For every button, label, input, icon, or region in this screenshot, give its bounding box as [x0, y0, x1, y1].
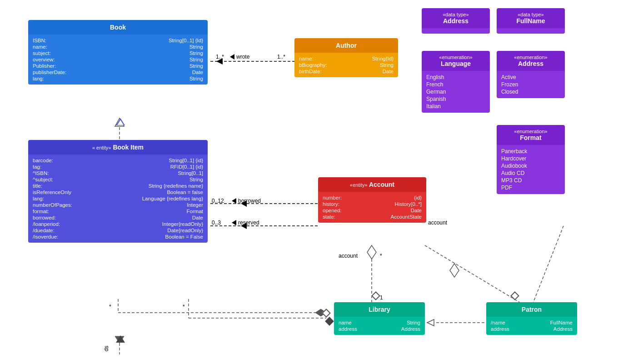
- patron-header: Patron: [486, 302, 577, 317]
- patron-hollow-diamond: [510, 291, 519, 300]
- patron-account-label: account: [428, 219, 447, 226]
- author-field-birthdate: birthDate: Date: [299, 68, 394, 75]
- bookitem-field-borrowed: borrowed: Date: [33, 214, 203, 221]
- book-field-lang: lang: String: [33, 75, 203, 82]
- library-header: Library: [334, 302, 425, 317]
- wrote-arrow: [230, 54, 234, 60]
- author-field-name: name: String{Id}: [299, 55, 394, 62]
- bookitem-field-loanperiod: /loanperiod: Integer{readOnly}: [33, 221, 203, 227]
- bookitem-field-format: format: Format: [33, 208, 203, 214]
- enum-language-item-4: Italian: [426, 103, 485, 110]
- enum-address-body: Active Frozen Closed: [497, 71, 565, 98]
- account-star: *: [380, 253, 382, 259]
- ds-label: ds: [103, 346, 110, 352]
- datatype-fullname-class: «data type» FullName: [497, 8, 565, 34]
- book-field-name: name: String: [33, 44, 203, 50]
- bookitem-field-barcode: barcode: String[0..1] {id}: [33, 157, 203, 164]
- patron-field-address: address Address: [491, 326, 573, 332]
- account-field-state: state: AccountState: [323, 214, 422, 220]
- enum-format-item-2: Audiobook: [501, 162, 560, 170]
- library-field-name: name String: [339, 319, 420, 326]
- bookitem-field-title: title: String {redefines name}: [33, 183, 203, 189]
- enum-language-item-2: German: [426, 88, 485, 95]
- library-body: name String address Address: [334, 317, 425, 335]
- reserved-connector: reserved: [232, 219, 259, 226]
- bookitem-field-subject: ^subject: String: [33, 176, 203, 183]
- book-field-subject: subject: String: [33, 50, 203, 56]
- enum-format-item-4: MP3 CD: [501, 177, 560, 184]
- account-field-opened: opened: Date: [323, 207, 422, 214]
- borrowed-left-mult: 0..12: [212, 198, 224, 204]
- enum-format-body: Panerback Hardcover Audiobook Audio CD M…: [497, 145, 565, 194]
- bookitem-header: « entity» Book Item: [28, 140, 208, 155]
- bookitem-field-isoverdue: /isoverdue: Boolean = False: [33, 234, 203, 240]
- datatype-address-header: «data type» Address: [422, 8, 490, 28]
- library-one-label: 1: [380, 294, 383, 301]
- bookitem-class: « entity» Book Item barcode: String[0..1…: [28, 140, 208, 243]
- inheritance-triangle-inner: [117, 120, 124, 125]
- patron-field-name: /name FullName: [491, 319, 573, 326]
- bookitem-field-isbn: ^ISBN: String[0..1]: [33, 170, 203, 176]
- uml-diagram: Book ISBN: String[0..1] {Id} name: Strin…: [0, 0, 618, 364]
- bookitem-star-left: *: [109, 304, 111, 310]
- bookitem-field-duedate: /duedate: Date{readOnly}: [33, 227, 203, 234]
- library-field-address: address Address: [339, 326, 420, 332]
- library-hollow-diamond: [371, 291, 380, 300]
- author-body: name: String{Id} bBiography: String birt…: [294, 53, 398, 77]
- enum-format-item-5: PDF: [501, 184, 560, 191]
- library-class: Library name String address Address: [334, 302, 425, 335]
- datatype-address-class: «data type» Address: [422, 8, 490, 34]
- datatype-address-body: [422, 28, 490, 34]
- borrowed-connector: borrowed: [232, 198, 261, 204]
- enum-format-item-0: Panerback: [501, 148, 560, 155]
- enum-format-class: «enumeration» Format Panerback Hardcover…: [497, 125, 565, 194]
- book-field-publisher: Publisher: String: [33, 63, 203, 69]
- author-class: Author name: String{Id} bBiography: Stri…: [294, 38, 398, 77]
- borrowed-arrow: [232, 198, 236, 204]
- svg-marker-11: [450, 264, 459, 277]
- author-field-bio: bBiography: String: [299, 62, 394, 68]
- account-class: «entity» Account number: {id} history: H…: [318, 177, 426, 223]
- account-bottom-label: account: [339, 253, 358, 259]
- book-field-isbn: ISBN: String[0..1] {Id}: [33, 37, 203, 44]
- bookitem-star-right: *: [183, 304, 185, 310]
- wrote-connector-label: wrote: [230, 54, 249, 60]
- svg-marker-9: [367, 245, 376, 259]
- svg-marker-21: [427, 319, 434, 326]
- wrote-left-mult: 1..*: [216, 54, 224, 60]
- library-filled-diamond: [325, 317, 334, 326]
- enum-format-item-3: Audio CD: [501, 170, 560, 177]
- bookitem-body: barcode: String[0..1] {id} tag: RFID[0..…: [28, 155, 208, 243]
- bookitem-field-lang: lang: Language {redefines lang}: [33, 195, 203, 202]
- enum-address-class: «enumeration» Address Active Frozen Clos…: [497, 51, 565, 98]
- book-header: Book: [28, 20, 208, 35]
- account-header: «entity» Account: [318, 177, 426, 192]
- book-class: Book ISBN: String[0..1] {Id} name: Strin…: [28, 20, 208, 85]
- datatype-fullname-body: [497, 28, 565, 34]
- reserved-arrow: [232, 220, 236, 225]
- bookitem-filled-triangle: [116, 335, 125, 343]
- bookitem-field-tag: tag: RFID[0..1] {id}: [33, 164, 203, 170]
- enum-language-item-3: Spanish: [426, 95, 485, 103]
- enum-language-body: English French German Spanish Italian: [422, 71, 490, 113]
- enum-format-header: «enumeration» Format: [497, 125, 565, 145]
- enum-address-item-0: Active: [501, 74, 560, 81]
- reserved-left-mult: 0..3: [212, 219, 221, 226]
- datatype-fullname-header: «data type» FullName: [497, 8, 565, 28]
- enum-language-item-1: French: [426, 81, 485, 88]
- patron-class: Patron /name FullName address Address: [486, 302, 577, 335]
- bookitem-field-isref: isReferenceOnly Boolean = false: [33, 189, 203, 195]
- enum-language-item-0: English: [426, 74, 485, 81]
- enum-language-class: «enumeration» Language English French Ge…: [422, 51, 490, 113]
- bookitem-field-pages: numberOfPages: Integer: [33, 202, 203, 208]
- enum-address-item-2: Closed: [501, 88, 560, 95]
- enum-address-header: «enumeration» Address: [497, 51, 565, 71]
- svg-line-10: [425, 245, 522, 304]
- book-body: ISBN: String[0..1] {Id} name: String sub…: [28, 35, 208, 85]
- enum-language-header: «enumeration» Language: [422, 51, 490, 71]
- book-field-overview: overview: String: [33, 56, 203, 63]
- account-field-number: number: {id}: [323, 194, 422, 201]
- enum-format-item-1: Hardcover: [501, 155, 560, 162]
- author-header: Author: [294, 38, 398, 53]
- account-field-history: history: History[0..*]: [323, 201, 422, 207]
